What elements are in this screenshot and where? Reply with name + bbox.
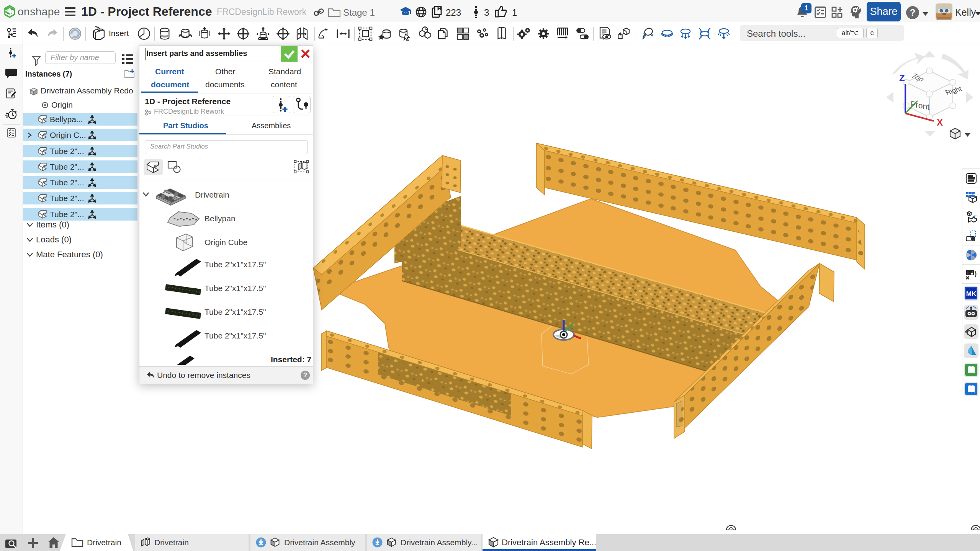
svg-text:X: X (937, 117, 943, 128)
svg-text:Z: Z (899, 73, 905, 83)
svg-text:MK: MK (966, 290, 977, 298)
